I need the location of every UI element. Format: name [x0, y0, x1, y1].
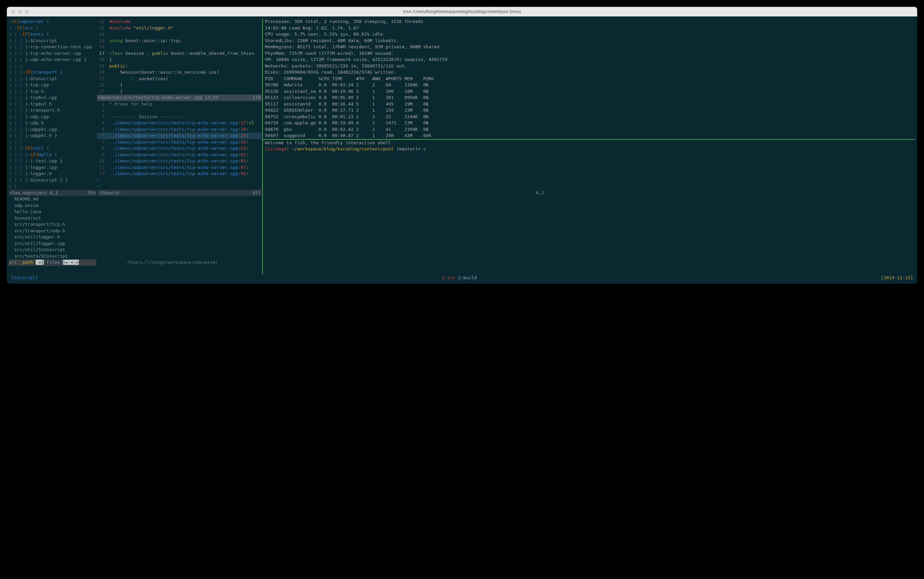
gsearch-line[interactable]: 4 ../imooc/udpserver/src/tests/tcp-echo-… [97, 120, 262, 126]
tree-item[interactable]: | ~[F]src { [9, 25, 96, 31]
code-line[interactable]: 21 : _socket(ios) [97, 76, 262, 82]
window-title: tmux /Users/lilong4/workspace/blog/kxcsb… [7, 8, 917, 15]
tmux-statusbar: [tutorial] 1:src 2:build [2019-11-23] [9, 274, 915, 282]
top-header-line: MemRegions: 85171 total, 1704M resident,… [265, 44, 915, 51]
fish-welcome: Welcome to fish, the friendly interactiv… [265, 140, 915, 146]
tree-item[interactable]: | | | |-SConscript [9, 76, 96, 82]
right-column: Processes: 360 total, 2 running, 358 sle… [262, 18, 915, 274]
gsearch-status-left: -GSearch- [98, 190, 122, 196]
gsearch-pane[interactable]: 1 " Press for help2 3 ---------- Session… [97, 101, 262, 190]
code-line[interactable]: 20 Session(boost::asio::io_service& ios) [97, 69, 262, 76]
file-list-item[interactable]: src/util/logger.h [9, 234, 96, 240]
gsearch-line[interactable]: 5 ../imooc/udpserver/src/tests/tcp-echo-… [97, 126, 262, 133]
code-statusbar: <dpserver/src/tests/tcp-echo-server.cpp … [97, 95, 262, 101]
tree-item[interactable]: | | | |-tcp.h [9, 88, 96, 95]
top-row: 94822 OSDUIHelper 0.0 00:17.71 3 1 159 1… [265, 107, 915, 114]
gsearch-status-right: All [253, 190, 261, 196]
tree-item[interactable]: | | |~[F]transport { [9, 69, 96, 76]
tmux-window-inactive[interactable]: 2:build [455, 275, 477, 280]
tree-status-right: 33% [88, 190, 96, 196]
tree-item[interactable]: | | | |-udp.cpp [9, 114, 96, 120]
code-line[interactable]: 23 } [97, 88, 262, 95]
tmux-session[interactable]: [tutorial] [11, 275, 38, 281]
tree-item[interactable]: | | | |-tcpbuf.cpp [9, 95, 96, 101]
gsearch-line[interactable]: 8 ../imooc/udpserver/src/tests/tcp-echo-… [97, 145, 262, 152]
file-list-item[interactable]: src/tests/SConscript [9, 253, 96, 260]
tmux-windows[interactable]: 1:src 2:build [442, 275, 477, 281]
top-row: 95123 callservices 0.0 00:05.09 2 1 201 … [265, 95, 915, 101]
terminal-window: tmux /Users/lilong4/workspace/blog/kxcsb… [7, 7, 917, 284]
file-list-item[interactable]: src/util/logger.cpp [9, 240, 96, 247]
tree-item[interactable]: | | | |-udppkt.h } [9, 132, 96, 139]
code-line[interactable]: 15 using boost::asio::ip::tcp; [97, 38, 262, 44]
gsearch-line[interactable]: 10 ../imooc/udpserver/src/tests/tcp-echo… [97, 158, 262, 164]
tree-item[interactable]: | | | |~[F]Hello { [9, 152, 96, 158]
gsearch-line[interactable]: 1 " Press for help [97, 101, 262, 108]
top-row: 95126 assistant_se 0.0 00:19.96 3 1 200 … [265, 88, 915, 95]
close-icon[interactable] [11, 10, 15, 14]
tree-item[interactable]: | | | |-logger.h [9, 171, 96, 177]
code-pane[interactable]: 12 #include 13 #include "util/logger.h"1… [97, 18, 262, 95]
code-status-right: 11% [253, 95, 261, 101]
code-line[interactable]: 12 #include [97, 18, 262, 25]
tree-item[interactable]: | | | [9, 63, 96, 70]
tree-item[interactable]: | | | |-udp-echo-server.cpp } [9, 57, 96, 63]
tree-item[interactable]: | | | |-udp.h [9, 120, 96, 126]
code-line[interactable]: 14 [97, 31, 262, 38]
code-line[interactable]: 22 { [97, 82, 262, 88]
tree-item[interactable]: | | | [9, 139, 96, 146]
top-header-line: SharedLibs: 226M resident, 48M data, 60M… [265, 38, 915, 44]
tree-item[interactable]: | | | |-SConscript } } [9, 177, 96, 184]
code-line[interactable]: 17 class Session : public boost::enable_… [97, 51, 262, 57]
left-column: ~[F]udpserver {| ~[F]src {| | ~[F]tests … [9, 18, 96, 274]
tree-item[interactable]: | | | |-transport.h [9, 107, 96, 114]
gsearch-line[interactable]: 6 ../imooc/udpserver/src/tests/tcp-echo-… [97, 132, 262, 139]
tree-item[interactable]: | | [9, 183, 96, 190]
fish-shell-pane[interactable]: Welcome to fish, the friendly interactiv… [263, 139, 915, 152]
top-columns: PID COMMAND %CPU TIME #TH #WQ #PORTS MEM… [265, 76, 915, 82]
gsearch-line[interactable]: 12 ../imooc/udpserver/src/tests/tcp-echo… [97, 171, 262, 177]
tree-item[interactable]: | | | |-tcp.cpp [9, 82, 96, 88]
tree-item[interactable]: | | | |-udppkt.cpp [9, 126, 96, 133]
file-list-item[interactable]: udp.exvim [9, 203, 96, 209]
tmux-date: [2019-11-23] [881, 275, 913, 281]
top-header-line: Disks: 26999604/691G read, 18482224/574G… [265, 69, 915, 76]
code-line[interactable]: 16 [97, 44, 262, 51]
code-line[interactable]: 13 #include "util/logger.h" [97, 25, 262, 31]
file-list-item[interactable]: README.md [9, 196, 96, 203]
top-row: 94752 coresymbolic 0.0 00:01.23 2 2 25 2… [265, 114, 915, 120]
file-list-item[interactable]: src/transport/udp.h [9, 228, 96, 234]
tree-item[interactable]: | | | |-logger.cpp [9, 164, 96, 171]
minimize-icon[interactable] [18, 10, 22, 14]
top-pane[interactable]: Processes: 360 total, 2 running, 358 sle… [263, 18, 915, 139]
tree-item[interactable]: | | | |-tcp-echo-server.cpp [9, 51, 96, 57]
maximize-icon[interactable] [25, 10, 29, 14]
terminal-body: ~[F]udpserver {| ~[F]src {| | ~[F]tests … [7, 16, 917, 284]
tree-item[interactable]: | | ~[F]tests { [9, 31, 96, 38]
tmux-window-active[interactable]: 1:src [442, 275, 455, 280]
code-line[interactable]: 19 public: [97, 63, 262, 70]
tree-item[interactable]: | | |~[F]util { [9, 145, 96, 152]
fish-prompt[interactable]: [lilong4] ~/workspace/blog/kxcsblog/cont… [265, 146, 915, 152]
tree-item[interactable]: | | | |-tcpbuf.h [9, 101, 96, 108]
code-line[interactable]: 18 { [97, 57, 262, 63]
tree-item[interactable]: | | | | |-test.cpp } [9, 158, 96, 164]
file-list-item[interactable]: hello.java [9, 209, 96, 215]
top-header-line: Processes: 360 total, 2 running, 358 sle… [265, 18, 915, 25]
file-list-item[interactable]: src/transport/tcp.h [9, 221, 96, 228]
file-tree[interactable]: ~[F]udpserver {| ~[F]src {| | ~[F]tests … [9, 18, 96, 190]
ctrlp-bar[interactable]: prt path ={ files }= <-> /Users/lilong4/… [9, 259, 96, 266]
tree-item[interactable]: ~[F]udpserver { [9, 18, 96, 25]
gsearch-line[interactable]: 2 [97, 107, 262, 114]
gsearch-line[interactable]: 9 ../imooc/udpserver/src/tests/tcp-echo-… [97, 152, 262, 158]
mru-files-list[interactable]: README.md udp.exvim hello.java Sconstruc… [9, 196, 96, 259]
code-status-left: <dpserver/src/tests/tcp-echo-server.cpp … [98, 95, 218, 101]
tree-item[interactable]: | | | |-SConscript [9, 38, 96, 44]
tree-item[interactable]: | | | |-tcp-connection-test.cpp [9, 44, 96, 51]
file-list-item[interactable]: src/util/SConscript [9, 247, 96, 253]
gsearch-line[interactable]: 7 ../imooc/udpserver/src/tests/tcp-echo-… [97, 139, 262, 146]
file-list-item[interactable]: Sconstruct [9, 215, 96, 222]
gsearch-line[interactable]: 11 ../imooc/udpserver/src/tests/tcp-echo… [97, 164, 262, 171]
tree-statusbar: <les.exproject 8,1 33% [9, 190, 96, 196]
gsearch-line[interactable]: 3 ---------- Session ---------- [97, 114, 262, 120]
